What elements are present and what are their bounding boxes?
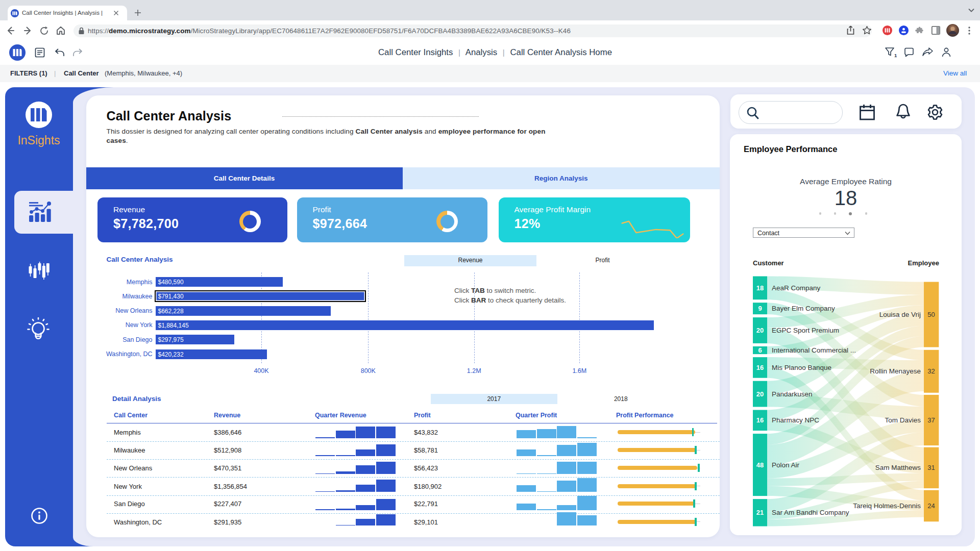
svg-text:EGPC Sport Premium: EGPC Sport Premium — [772, 327, 839, 334]
svg-text:48: 48 — [756, 461, 764, 468]
svg-text:Sam Matthews: Sam Matthews — [875, 464, 921, 471]
svg-text:20: 20 — [756, 327, 764, 334]
svg-text:Tareiq Holmes-Dennis: Tareiq Holmes-Dennis — [853, 502, 921, 510]
svg-text:Mis Planoo Banque: Mis Planoo Banque — [772, 363, 831, 371]
svg-text:50: 50 — [927, 311, 935, 318]
svg-text:18: 18 — [756, 284, 764, 291]
svg-text:Pharmacy NPC: Pharmacy NPC — [772, 416, 819, 424]
svg-text:Pandarkusen: Pandarkusen — [772, 390, 813, 397]
svg-text:16: 16 — [756, 416, 764, 424]
svg-text:32: 32 — [927, 367, 935, 375]
svg-text:21: 21 — [756, 509, 764, 516]
svg-text:9: 9 — [758, 305, 762, 312]
svg-text:Bayer Elm Company: Bayer Elm Company — [772, 305, 835, 312]
svg-text:Tom Davies: Tom Davies — [885, 416, 921, 424]
svg-text:37: 37 — [927, 416, 935, 424]
svg-text:Louisa de Vrij: Louisa de Vrij — [879, 311, 921, 318]
svg-text:Polon Air: Polon Air — [772, 461, 800, 468]
svg-text:AeaR Company: AeaR Company — [772, 284, 821, 291]
svg-text:16: 16 — [756, 363, 764, 371]
svg-text:Rollin Menayese: Rollin Menayese — [870, 367, 921, 375]
svg-text:6: 6 — [758, 346, 762, 354]
svg-text:24: 24 — [927, 502, 935, 510]
svg-text:20: 20 — [756, 390, 764, 397]
svg-text:Sar Am Bandhi Company: Sar Am Bandhi Company — [772, 509, 849, 516]
svg-text:International Commercial ...: International Commercial ... — [772, 346, 856, 354]
svg-text:31: 31 — [927, 464, 935, 471]
svg-text:1: 1 — [894, 53, 897, 58]
